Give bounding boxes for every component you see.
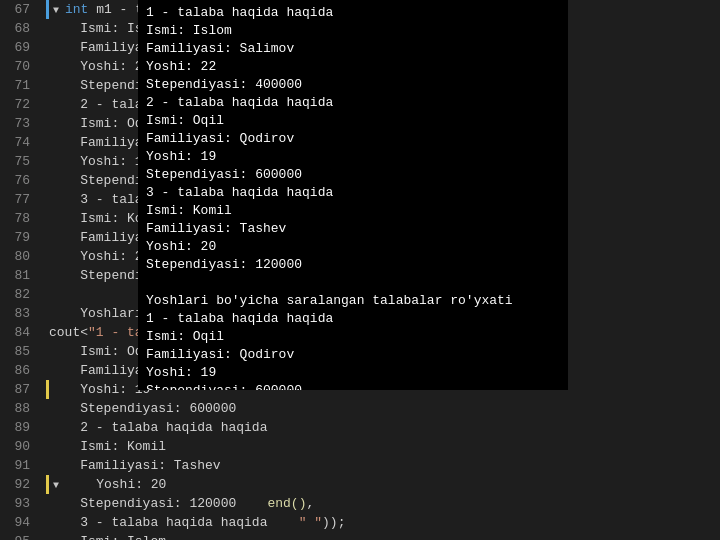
line-number: 69 [8, 38, 30, 57]
terminal-line: Stependiyasi: 600000 [146, 382, 560, 390]
code-text: Yoshi: 20 [49, 247, 150, 266]
line-number: 85 [8, 342, 30, 361]
code-segment: Yoshi: 19 [49, 382, 150, 397]
editor-area: 6768697071727374757677787980818283848586… [0, 0, 720, 540]
code-text: Stependiyasi: 600000 [49, 399, 236, 418]
line-number: 88 [8, 399, 30, 418]
code-text: Yoshi: 19 [49, 380, 150, 399]
line-number: 81 [8, 266, 30, 285]
code-segment: Stependiyasi: 600000 [49, 401, 236, 416]
code-line: Stependiyasi: 120000 end(), [46, 494, 720, 513]
line-number: 79 [8, 228, 30, 247]
code-text: Stependiyasi: 120000 end(), [49, 494, 314, 513]
code-text: 3 - talaba haqida haqida " ")); [49, 513, 345, 532]
terminal-line: 1 - talaba haqida haqida [146, 4, 560, 22]
line-number: 94 [8, 513, 30, 532]
code-segment: Yoshi: 20 [65, 477, 166, 492]
code-line: Ismi: Komil [46, 437, 720, 456]
line-number: 90 [8, 437, 30, 456]
code-text: ▼ Yoshi: 20 [49, 475, 166, 494]
code-text: Ismi: Komil [49, 437, 166, 456]
line-number: 93 [8, 494, 30, 513]
code-segment: , [306, 496, 314, 511]
line-number: 83 [8, 304, 30, 323]
line-number: 87 [8, 380, 30, 399]
code-segment: int [65, 2, 88, 17]
code-line: Familiyasi: Tashev [46, 456, 720, 475]
line-number: 76 [8, 171, 30, 190]
terminal-line: 2 - talaba haqida haqida [146, 94, 560, 112]
terminal-overlay: 1 - talaba haqida haqidaIsmi: IslomFamil… [138, 0, 568, 390]
terminal-line: 3 - talaba haqida haqida [146, 184, 560, 202]
line-number: 82 [8, 285, 30, 304]
terminal-line: Familiyasi: Qodirov [146, 130, 560, 148]
code-segment: Yoshi: 20 [49, 249, 150, 264]
terminal-line: Yoshi: 19 [146, 364, 560, 382]
code-text: Yoshi: 22 [49, 57, 150, 76]
code-line: Stependiyasi: 600000 [46, 399, 720, 418]
terminal-line: 1 - talaba haqida haqida [146, 310, 560, 328]
line-numbers: 6768697071727374757677787980818283848586… [0, 0, 38, 540]
code-segment: Stependiyasi: 120000 [49, 496, 236, 511]
code-segment [236, 496, 267, 511]
code-segment [49, 287, 80, 302]
line-number: 75 [8, 152, 30, 171]
code-segment: Ismi: Islom [49, 534, 166, 540]
code-line: ▼ Yoshi: 20 [46, 475, 720, 494]
line-number: 84 [8, 323, 30, 342]
line-number: 86 [8, 361, 30, 380]
code-segment: 2 - talaba haqida haqida [49, 420, 267, 435]
terminal-line: Ismi: Islom [146, 22, 560, 40]
line-number: 68 [8, 19, 30, 38]
code-text: 2 - talaba haqida haqida [49, 418, 267, 437]
terminal-line: Yoshlari bo'yicha saralangan talabalar r… [146, 292, 560, 310]
terminal-line: Ismi: Komil [146, 202, 560, 220]
terminal-line: Yoshi: 19 [146, 148, 560, 166]
code-line: 2 - talaba haqida haqida [46, 418, 720, 437]
terminal-line: Stependiyasi: 600000 [146, 166, 560, 184]
line-number: 80 [8, 247, 30, 266]
code-segment: cout [49, 325, 80, 340]
terminal-line: Ismi: Oqil [146, 328, 560, 346]
code-segment: < [80, 325, 88, 340]
line-number: 77 [8, 190, 30, 209]
line-number: 72 [8, 95, 30, 114]
line-number: 74 [8, 133, 30, 152]
terminal-line: Familiyasi: Tashev [146, 220, 560, 238]
line-number: 67 [8, 0, 30, 19]
terminal-line: Stependiyasi: 120000 [146, 256, 560, 274]
terminal-line [146, 274, 560, 292]
code-segment: 3 - talaba haqida haqida [49, 515, 267, 530]
code-segment: Yoshi: 19 [49, 154, 150, 169]
code-text: Familiyasi: Tashev [49, 456, 221, 475]
code-line: Ismi: Islom [46, 532, 720, 540]
line-number: 70 [8, 57, 30, 76]
code-segment: Familiyasi: Tashev [49, 458, 221, 473]
code-segment: Yoshi: 22 [49, 59, 150, 74]
code-segment: end() [267, 496, 306, 511]
terminal-line: Stependiyasi: 400000 [146, 76, 560, 94]
line-number: 92 [8, 475, 30, 494]
terminal-line: Ismi: Oqil [146, 112, 560, 130]
code-segment: Ismi: Komil [49, 439, 166, 454]
fold-icon[interactable]: ▼ [49, 479, 63, 493]
code-segment: )); [322, 515, 345, 530]
terminal-line: Familiyasi: Qodirov [146, 346, 560, 364]
line-number: 78 [8, 209, 30, 228]
fold-icon[interactable]: ▼ [49, 4, 63, 18]
code-area[interactable]: 1 - talaba haqida haqidaIsmi: IslomFamil… [38, 0, 720, 540]
line-number: 89 [8, 418, 30, 437]
terminal-line: Yoshi: 22 [146, 58, 560, 76]
code-segment [267, 515, 298, 530]
line-number: 91 [8, 456, 30, 475]
code-text: Ismi: Islom [49, 532, 166, 540]
terminal-line: Familiyasi: Salimov [146, 40, 560, 58]
terminal-line: Yoshi: 20 [146, 238, 560, 256]
line-number: 71 [8, 76, 30, 95]
code-text [49, 285, 80, 304]
code-text: Yoshi: 19 [49, 152, 150, 171]
line-number: 73 [8, 114, 30, 133]
line-number: 95 [8, 532, 30, 540]
code-segment: " " [299, 515, 322, 530]
code-line: 3 - talaba haqida haqida " ")); [46, 513, 720, 532]
